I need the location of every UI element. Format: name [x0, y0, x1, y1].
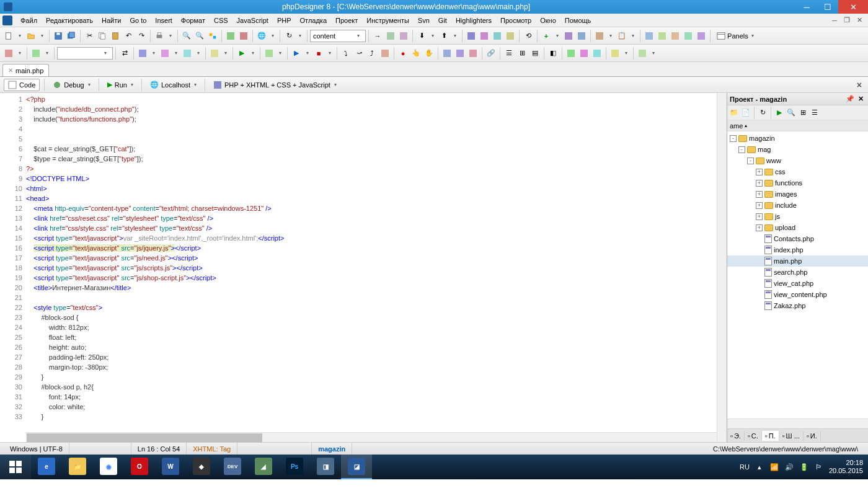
debug-button[interactable]: Debug▾ — [49, 79, 94, 91]
tree-folder[interactable]: +css — [727, 166, 868, 177]
tree-header[interactable]: ame▴ — [727, 120, 868, 131]
close-button[interactable]: ✕ — [838, 0, 868, 14]
panel-close-icon[interactable]: ✕ — [858, 95, 864, 103]
toolbar-icon[interactable] — [478, 30, 490, 42]
panel-tab[interactable]: ▫Э. — [727, 431, 745, 441]
menu-php[interactable]: PHP — [273, 16, 296, 25]
menu-javascript[interactable]: JavaScript — [232, 16, 273, 25]
toolbar-icon[interactable] — [263, 47, 275, 60]
toolbar-icon[interactable]: ✋ — [423, 47, 435, 60]
save-all-icon[interactable] — [65, 30, 78, 42]
toolbar-icon[interactable] — [609, 47, 621, 60]
print-icon[interactable] — [153, 30, 166, 42]
tree-file[interactable]: view_cat.php — [727, 278, 868, 289]
task-ie[interactable]: e — [31, 455, 62, 479]
toolbar-icon[interactable] — [593, 30, 606, 42]
tray-network-icon[interactable]: 📶 — [769, 462, 779, 472]
menu-проект[interactable]: Проект — [331, 16, 362, 25]
reload-icon[interactable]: ↻ — [283, 30, 295, 42]
run-icon[interactable]: ▶ — [236, 47, 248, 60]
toolbar-icon[interactable] — [224, 30, 237, 42]
project-tb-icon[interactable]: ☰ — [809, 107, 820, 118]
language-mode-button[interactable]: PHP + XHTML + CSS + JavaScript▾ — [210, 79, 340, 91]
toolbar-icon[interactable] — [454, 47, 466, 60]
editor-horizontal-scrollbar[interactable] — [26, 432, 717, 442]
toolbar-icon[interactable] — [565, 47, 577, 60]
toolbar-icon[interactable] — [591, 47, 603, 60]
toolbar-icon[interactable]: 👆 — [410, 47, 422, 60]
panel-horizontal-scrollbar[interactable] — [727, 419, 868, 428]
panel-pin-icon[interactable]: 📌 — [846, 95, 854, 103]
task-photoshop[interactable]: Ps — [279, 455, 310, 479]
browser-icon[interactable]: 🌐 — [255, 30, 268, 42]
toolbar-icon[interactable] — [669, 30, 681, 42]
task-devcpp[interactable]: DEV — [217, 455, 248, 479]
toolbar-icon[interactable] — [575, 30, 588, 42]
tray-lang[interactable]: RU — [740, 462, 750, 472]
tree-file[interactable]: Zakaz.php — [727, 300, 868, 311]
tray-battery-icon[interactable]: 🔋 — [799, 462, 809, 472]
tree-file[interactable]: index.php — [727, 244, 868, 255]
menu-svn[interactable]: Svn — [414, 16, 434, 25]
find-icon[interactable]: 🔍 — [180, 30, 193, 42]
panels-button[interactable]: Panels▾ — [713, 30, 761, 42]
open-file-icon[interactable] — [25, 30, 37, 42]
toolbar-icon[interactable] — [181, 47, 193, 60]
project-tree[interactable]: -magazin-mag-www+css+functions+images+in… — [727, 131, 868, 419]
link-icon[interactable]: 🔗 — [485, 47, 497, 60]
code-mode-button[interactable]: Code — [4, 79, 40, 91]
toolbar-icon[interactable] — [636, 47, 649, 60]
panel-tab[interactable]: ▫С. — [745, 431, 762, 441]
tree-folder[interactable]: -www — [727, 155, 868, 166]
save-icon[interactable] — [52, 30, 64, 42]
cut-icon[interactable]: ✂ — [83, 30, 95, 42]
task-word[interactable]: W — [155, 455, 186, 479]
menu-insert[interactable]: Insert — [151, 16, 177, 25]
copy-icon[interactable] — [96, 30, 108, 42]
tray-up-icon[interactable]: ▴ — [755, 462, 764, 472]
mdi-restore-button[interactable]: ❐ — [842, 16, 852, 25]
task-app3[interactable]: ◨ — [310, 455, 341, 479]
tray-clock[interactable]: 20:18 20.05.2015 — [829, 459, 863, 475]
grid-icon[interactable]: ⊞ — [516, 47, 528, 60]
new-file-icon[interactable] — [2, 30, 15, 42]
toolbar-icon[interactable] — [465, 30, 477, 42]
editor-tab-main[interactable]: ✕ main.php — [2, 64, 49, 76]
toolbar-icon[interactable] — [208, 47, 221, 60]
toolbar-icon[interactable] — [467, 47, 479, 60]
task-app[interactable]: ◆ — [186, 455, 217, 479]
code-content[interactable]: <?php include("include/db_connect.php");… — [26, 93, 717, 442]
menu-файл[interactable]: Файл — [16, 16, 42, 25]
menu-css[interactable]: CSS — [210, 16, 232, 25]
app-menu-icon[interactable] — [2, 16, 12, 25]
replace-icon[interactable] — [206, 30, 219, 42]
content-combo[interactable]: content▾ — [310, 30, 366, 42]
layout-icon[interactable]: ◧ — [547, 47, 559, 60]
tree-expand-icon[interactable]: + — [756, 202, 763, 209]
stop-icon[interactable]: ■ — [312, 47, 325, 60]
paste-icon[interactable] — [109, 30, 122, 42]
localhost-button[interactable]: 🌐 Localhost▾ — [146, 79, 200, 91]
toolbar-icon[interactable]: ⇄ — [118, 47, 131, 60]
toolbar-icon[interactable] — [491, 30, 503, 42]
step-out-icon[interactable]: ⤴ — [366, 47, 378, 60]
toolbar-icon[interactable] — [682, 30, 694, 42]
tree-folder[interactable]: +functions — [727, 177, 868, 189]
add-icon[interactable]: + — [540, 30, 552, 42]
project-tb-icon[interactable]: ▶ — [774, 107, 785, 118]
toolbar-icon[interactable]: ⬆ — [438, 30, 450, 42]
tree-file[interactable]: view_content.php — [727, 289, 868, 300]
toolbar-icon[interactable]: 📋 — [616, 30, 628, 42]
project-tb-icon[interactable]: 📁 — [728, 107, 740, 118]
tree-expand-icon[interactable]: - — [747, 157, 754, 164]
step-in-icon[interactable]: ⤵ — [340, 47, 352, 60]
tree-expand-icon[interactable]: - — [730, 135, 737, 142]
project-tb-icon[interactable]: 📄 — [740, 107, 751, 118]
tree-file[interactable]: Contacts.php — [727, 233, 868, 244]
maximize-button[interactable]: ☐ — [817, 0, 838, 14]
menu-помощь[interactable]: Помощь — [560, 16, 596, 25]
toolbar-icon[interactable] — [379, 47, 391, 60]
toolbar-icon[interactable]: → — [371, 30, 384, 42]
toolbar-icon[interactable] — [656, 30, 668, 42]
toolbar-icon[interactable]: ⟲ — [522, 30, 534, 42]
